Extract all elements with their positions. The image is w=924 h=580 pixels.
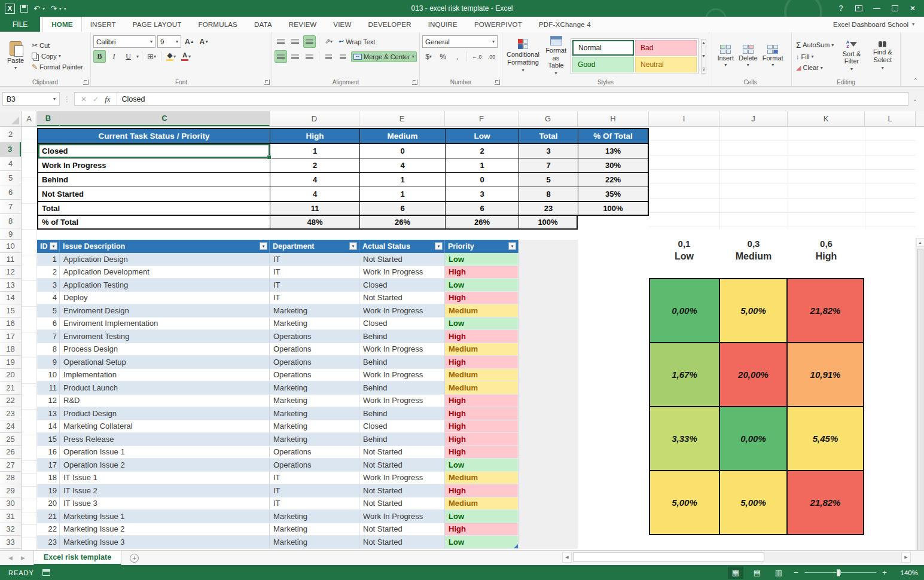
issue-desc-cell[interactable]: Operation Issue 2 [60,459,270,472]
summary-total-cell[interactable]: 7 [519,158,578,172]
issue-desc-cell[interactable]: Enviroment Testing [60,330,270,343]
heatmap-cell[interactable]: 0,00% [720,407,786,470]
issue-status-cell[interactable]: Not Started [359,484,445,497]
new-sheet-button[interactable]: + [130,551,139,565]
ribbon-display-options-icon[interactable] [851,2,867,14]
row-header[interactable]: 2 [0,127,21,142]
issue-priority-cell[interactable]: High [445,292,519,305]
scroll-up-icon[interactable]: ▲ [916,238,924,247]
issue-header-cell[interactable]: Actual Status [359,240,445,253]
row-header[interactable]: 7 [0,200,21,214]
summary-pct-cell[interactable]: 22% [578,173,648,187]
summary-low-cell[interactable]: 0 [445,173,519,187]
issue-desc-cell[interactable]: Marketing Collateral [60,420,270,434]
summary-pct-cell[interactable]: 100% [578,202,648,215]
issue-status-cell[interactable]: Not Started [359,446,445,459]
empty-cells-gridlines[interactable] [649,127,916,230]
summary-high-cell[interactable]: 4 [270,187,359,201]
issue-priority-cell[interactable]: High [445,446,519,459]
summary-total-cell[interactable]: 8 [519,187,578,201]
issue-status-cell[interactable]: Closed [359,279,445,292]
issue-id-cell[interactable]: 3 [37,279,60,292]
summary-total-cell[interactable]: 3 [519,144,578,158]
issue-priority-cell[interactable]: Low [445,318,519,331]
align-center-button[interactable] [289,50,301,63]
summary-high-cell[interactable]: 2 [270,158,359,172]
ribbon-tab[interactable]: DEVELOPER [360,17,420,32]
row-header[interactable]: 29 [0,484,21,497]
issue-desc-cell[interactable]: IT Issue 2 [60,484,270,497]
row-header[interactable]: 33 [0,536,21,549]
issue-priority-cell[interactable]: Medium [445,343,519,356]
column-header[interactable]: H [578,111,649,126]
fill-color-button[interactable]: ◆▾ [164,50,178,63]
comma-style-button[interactable]: , [451,50,463,63]
issue-status-cell[interactable]: Behind [359,381,445,395]
issue-dept-cell[interactable]: Operations [270,459,359,472]
issue-desc-cell[interactable]: Marketing Issue 3 [60,536,270,549]
percent-style-button[interactable]: % [437,50,449,63]
number-format-select[interactable]: General▾ [422,35,498,48]
minimize-icon[interactable]: — [869,2,885,14]
accounting-format-button[interactable]: $▾ [422,50,435,63]
column-header[interactable]: A [22,111,37,126]
grow-font-button[interactable]: A▲ [183,35,196,48]
heatmap-cell[interactable]: 21,82% [788,279,863,342]
heatmap-cell[interactable]: 0,00% [650,279,719,342]
expand-formula-bar-icon[interactable]: ⌄ [908,96,922,102]
zoom-slider[interactable] [804,572,876,573]
row-header[interactable]: 30 [0,497,21,511]
row-header[interactable]: 31 [0,510,21,523]
issue-priority-cell[interactable]: High [445,330,519,343]
summary-label-cell[interactable]: % of Total [38,216,270,230]
issue-priority-cell[interactable]: High [445,356,519,369]
row-header[interactable]: 18 [0,343,21,356]
clear-button[interactable]: ◢Clear▾ [794,63,835,73]
summary-high-cell[interactable]: 11 [270,202,359,215]
issue-priority-cell[interactable]: High [445,523,519,536]
summary-total-cell[interactable]: 100% [519,216,578,230]
dialog-launcher-icon[interactable] [412,80,417,85]
issue-id-cell[interactable]: 9 [37,356,60,369]
undo-icon[interactable]: ↶ [33,5,40,13]
issue-priority-cell[interactable]: Medium [445,472,519,485]
issue-desc-cell[interactable]: Process Design [60,343,270,356]
filter-dropdown-icon[interactable] [435,242,443,250]
issue-dept-cell[interactable]: Operations [270,330,359,343]
ribbon-tab[interactable]: HOME [42,17,81,32]
italic-button[interactable]: I [108,50,120,63]
issue-priority-cell[interactable]: Low [445,279,519,292]
summary-medium-cell[interactable]: 26% [359,216,445,230]
row-header[interactable]: 9 [0,228,21,240]
account-menu[interactable]: Excel Dashboard School ▾ [833,17,924,32]
row-header[interactable]: 3 [0,142,21,157]
summary-high-cell[interactable]: 4 [270,173,359,187]
issue-status-cell[interactable]: Not Started [359,497,445,511]
insert-cells-button[interactable]: Insert▾ [717,45,734,68]
filter-dropdown-icon[interactable] [508,242,516,250]
issue-status-cell[interactable]: Behind [359,407,445,420]
issue-id-cell[interactable]: 13 [37,407,60,420]
horizontal-scrollbar[interactable]: ◀ ▶ [562,552,911,563]
issue-id-cell[interactable]: 16 [37,446,60,459]
issue-priority-cell[interactable]: High [445,407,519,420]
summary-medium-cell[interactable]: 0 [359,144,445,158]
summary-medium-cell[interactable]: 1 [359,187,445,201]
ribbon-tab[interactable]: INQUIRE [420,17,466,32]
scroll-left-icon[interactable]: ◀ [562,552,572,563]
issue-status-cell[interactable]: Not Started [359,536,445,549]
summary-total-cell[interactable]: 23 [519,202,578,215]
row-header[interactable]: 8 [0,214,21,228]
ribbon-tab[interactable]: INSERT [82,17,124,32]
heatmap-cell[interactable]: 5,00% [720,471,786,534]
undo-dropdown-icon[interactable]: ▾ [42,6,45,11]
heatmap-cell[interactable]: 1,67% [650,343,719,406]
row-header[interactable]: 24 [0,420,21,434]
issue-id-cell[interactable]: 23 [37,536,60,549]
issue-desc-cell[interactable]: Enviroment Design [60,304,270,318]
chevron-down-icon[interactable]: ▾ [136,54,139,59]
issue-priority-cell[interactable]: Medium [445,497,519,511]
zoom-in-button[interactable]: + [881,568,888,577]
issue-desc-cell[interactable]: R&D [60,395,270,408]
column-header[interactable]: F [445,111,519,126]
